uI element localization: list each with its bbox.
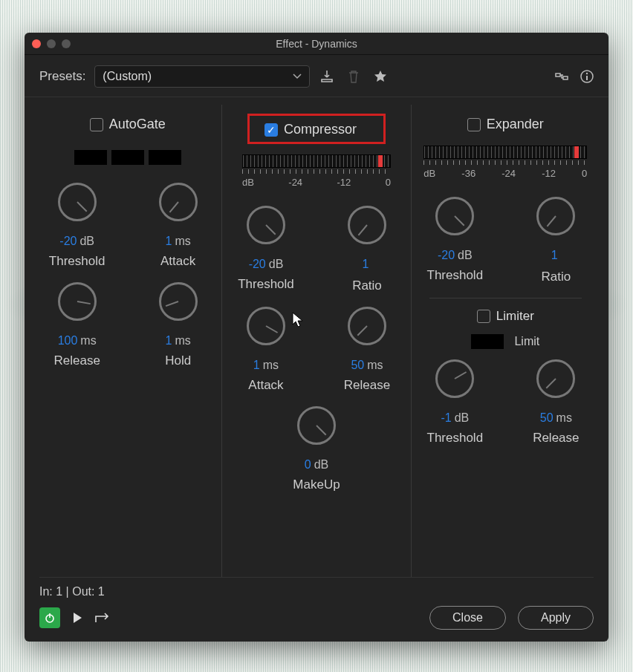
autogate-attack-knob[interactable]: 1ms Attack — [143, 183, 214, 269]
info-icon[interactable] — [579, 68, 595, 85]
limiter-heading[interactable]: Limiter — [477, 309, 534, 324]
compressor-makeup-knob[interactable]: 0dB MakeUp — [281, 406, 352, 492]
expander-limiter-column: Expander dB -36 -24 -12 0 -20dB Threshol… — [411, 105, 592, 577]
svg-point-1 — [586, 73, 588, 74]
expander-title: Expander — [487, 117, 544, 132]
play-button[interactable] — [72, 612, 82, 624]
effect-dynamics-window: Effect - Dynamics Presets: (Custom) — [25, 33, 608, 642]
window-controls — [32, 39, 71, 48]
limiter-indicator — [471, 334, 504, 349]
close-window-button[interactable] — [32, 39, 41, 48]
compressor-threshold-knob[interactable]: -20dB Threshold — [230, 206, 302, 293]
compressor-release-knob[interactable]: 50ms Release — [331, 307, 403, 393]
compressor-section: ✓ Compressor dB -24 -12 0 -20dB Threshol… — [221, 105, 403, 577]
limiter-separator — [429, 298, 582, 299]
signal-flow-icon[interactable] — [554, 68, 570, 85]
presets-label: Presets: — [39, 69, 85, 84]
apply-button[interactable]: Apply — [518, 606, 594, 630]
autogate-release-knob[interactable]: 100ms Release — [42, 282, 113, 368]
minimize-window-button[interactable] — [47, 39, 56, 48]
favorite-icon[interactable] — [372, 68, 389, 85]
io-status: In: 1 | Out: 1 — [25, 578, 608, 601]
limiter-release-knob[interactable]: 50ms Release — [520, 359, 591, 446]
limiter-threshold-knob[interactable]: -1dB Threshold — [419, 359, 490, 446]
footer: Close Apply — [25, 601, 608, 642]
delete-preset-icon — [345, 68, 362, 85]
expander-checkbox[interactable] — [467, 118, 481, 131]
save-preset-icon[interactable] — [319, 68, 335, 85]
autogate-threshold-knob[interactable]: -20dB Threshold — [42, 183, 113, 269]
autogate-title: AutoGate — [109, 117, 166, 132]
preset-select-value: (Custom) — [103, 70, 152, 83]
autogate-indicator — [74, 150, 181, 165]
export-icon[interactable] — [94, 612, 109, 624]
expander-heading[interactable]: Expander — [461, 114, 550, 135]
panel-body: AutoGate -20dB Threshold 1ms Attack — [25, 97, 608, 577]
presets-toolbar: Presets: (Custom) — [25, 55, 608, 97]
autogate-hold-knob[interactable]: 1ms Hold — [143, 282, 214, 368]
svg-rect-4 — [49, 613, 51, 618]
limiter-title: Limiter — [496, 309, 534, 324]
svg-rect-2 — [586, 76, 588, 80]
autogate-checkbox[interactable] — [90, 118, 103, 131]
close-button[interactable]: Close — [429, 606, 506, 630]
compressor-meter: dB -24 -12 0 — [242, 154, 391, 188]
titlebar: Effect - Dynamics — [25, 33, 608, 55]
compressor-heading[interactable]: ✓ Compressor — [247, 114, 386, 144]
power-toggle-button[interactable] — [39, 607, 60, 628]
expander-meter: dB -36 -24 -12 0 — [423, 146, 587, 179]
compressor-checkbox[interactable]: ✓ — [264, 123, 278, 137]
compressor-title: Compressor — [284, 122, 357, 137]
window-title: Effect - Dynamics — [25, 38, 608, 50]
limiter-limit-label: Limit — [514, 335, 539, 348]
compressor-ratio-knob[interactable]: 1 Ratio — [331, 206, 403, 293]
autogate-section: AutoGate -20dB Threshold 1ms Attack — [41, 105, 214, 577]
compressor-attack-knob[interactable]: 1ms Attack — [230, 307, 302, 393]
limiter-limit-row: Limit — [471, 334, 539, 349]
chevron-down-icon — [293, 74, 302, 79]
zoom-window-button[interactable] — [62, 39, 71, 48]
autogate-heading[interactable]: AutoGate — [84, 114, 172, 135]
preset-select[interactable]: (Custom) — [94, 65, 310, 88]
expander-threshold-knob[interactable]: -20dB Threshold — [419, 197, 490, 284]
limiter-checkbox[interactable] — [477, 310, 490, 323]
expander-ratio-knob[interactable]: 1 Ratio — [520, 197, 591, 284]
